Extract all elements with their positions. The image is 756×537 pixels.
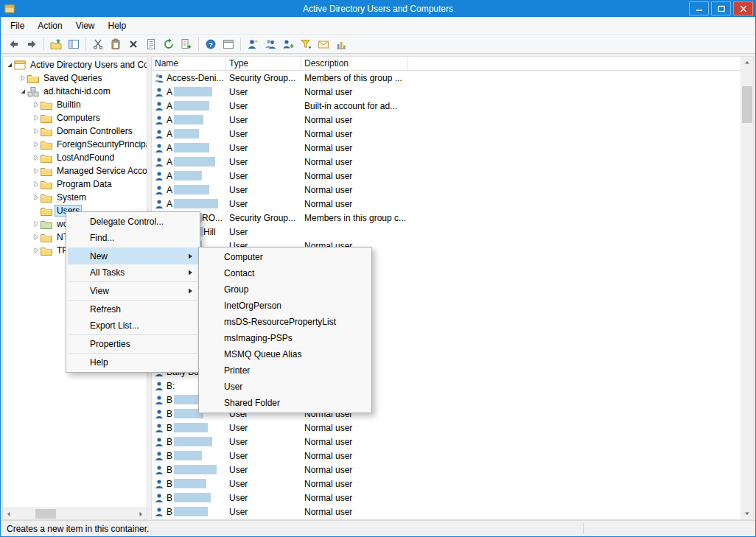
expander-collapsed-icon[interactable] [18,74,27,82]
context-menu-item-refresh[interactable]: Refresh [68,301,198,317]
tree-item-builtin[interactable]: Builtin [3,98,147,111]
list-row[interactable]: BUserNormal user [152,505,741,519]
horizontal-scroll-thumb[interactable] [35,509,56,519]
list-row[interactable]: AUserBuilt-in account for ad... [152,99,741,113]
cut-button[interactable] [89,36,107,52]
new-submenu-item-msds-resourcepropertylist[interactable]: msDS-ResourcePropertyList [200,314,370,330]
scroll-right-arrow-icon[interactable] [135,508,147,519]
refresh-button[interactable] [160,36,178,52]
tree-item-active-directory-users-and-com[interactable]: Active Directory Users and Com [3,58,147,71]
vertical-scroll-thumb[interactable] [742,86,752,123]
expander-collapsed-icon[interactable] [31,234,41,241]
context-menu-item-delegate-control[interactable]: Delegate Control... [68,214,198,230]
export-list-button[interactable] [178,36,195,52]
column-header-type[interactable]: Type [226,57,301,70]
new-submenu-item-user[interactable]: User [200,379,370,395]
tree-item-system[interactable]: System [3,191,147,204]
list-row[interactable]: AUserNormal user [152,155,741,169]
tree-horizontal-scrollbar[interactable] [3,508,147,519]
expander-collapsed-icon[interactable] [31,154,41,161]
tree-item-domain-controllers[interactable]: Domain Controllers [3,124,147,138]
menu-file[interactable]: File [4,18,31,34]
scroll-left-arrow-icon[interactable] [3,508,15,519]
expander-collapsed-icon[interactable] [31,101,41,108]
list-row[interactable]: AUserNormal user [152,141,741,155]
new-submenu-item-group[interactable]: Group [200,281,370,298]
list-row[interactable]: AUserNormal user [152,85,741,99]
title-bar[interactable]: Active Directory Users and Computers [1,1,755,17]
list-row[interactable]: Access-Deni...Security Group...Members o… [152,71,741,85]
context-menu-item-all-tasks[interactable]: All Tasks [68,264,198,281]
add-member-button[interactable] [279,36,297,52]
expander-collapsed-icon[interactable] [31,141,41,148]
list-row[interactable]: AUserNormal user [152,169,741,183]
new-submenu-item-shared-folder[interactable]: Shared Folder [200,395,370,411]
change-domain-button[interactable] [315,36,332,52]
list-vertical-scrollbar[interactable] [741,57,753,519]
context-menu-item-help[interactable]: Help [68,354,198,371]
expander-collapsed-icon[interactable] [31,220,41,228]
tree-item-ad-hitachi-id-com[interactable]: ad.hitachi-id.com [3,85,147,98]
new-submenu-item-computer[interactable]: Computer [200,249,370,265]
filter-button[interactable] [297,36,315,52]
scroll-down-arrow-icon[interactable] [741,508,753,519]
maximize-button[interactable] [711,1,731,15]
expander-collapsed-icon[interactable] [31,167,41,175]
list-row[interactable]: BUserNormal user [152,435,741,449]
context-menu-item-properties[interactable]: Properties [68,336,198,352]
new-submenu-item-inetorgperson[interactable]: InetOrgPerson [200,298,370,314]
tree-item-program-data[interactable]: Program Data [3,178,147,191]
menu-action[interactable]: Action [31,18,69,34]
help-button[interactable]: ? [202,36,220,52]
new-submenu-item-printer[interactable]: Printer [200,362,370,379]
list-view-button[interactable] [142,36,160,52]
up-level-button[interactable] [47,36,65,52]
tree-item-saved-queries[interactable]: Saved Queries [3,71,147,85]
back-button[interactable] [5,36,23,52]
new-submenu-item-msimaging-psps[interactable]: msImaging-PSPs [200,330,370,346]
list-row[interactable]: AUserNormal user [152,113,741,127]
expander-collapsed-icon[interactable] [31,194,41,201]
menu-help[interactable]: Help [102,18,133,34]
column-header-description[interactable]: Description [301,57,408,70]
extra-pane-button[interactable] [220,36,237,52]
expander-expanded-icon[interactable] [4,61,14,69]
context-menu-item-export-list[interactable]: Export List... [68,317,198,334]
context-menu-item-view[interactable]: View [68,283,198,299]
new-group-button[interactable] [262,36,279,52]
expander-collapsed-icon[interactable] [31,180,41,188]
context-menu-item-new[interactable]: New [68,248,198,264]
tree-item-computers[interactable]: Computers [3,111,147,124]
context-menu-item-find[interactable]: Find... [68,230,198,246]
list-row[interactable]: AUserNormal user [152,183,741,197]
menu-view[interactable]: View [69,18,102,34]
expander-collapsed-icon[interactable] [31,127,41,135]
list-row[interactable]: BUserNormal user [152,491,741,505]
list-row[interactable]: BUserNormal user [152,463,741,477]
scroll-up-arrow-icon[interactable] [741,57,753,69]
list-row[interactable]: BUserNormal user [152,477,741,491]
minimize-button[interactable] [689,1,709,15]
expander-collapsed-icon[interactable] [31,114,41,122]
tree-item-lostandfound[interactable]: LostAndFound [3,151,147,164]
close-button[interactable] [733,1,753,15]
advanced-button[interactable] [332,36,350,52]
expander-expanded-icon[interactable] [18,88,27,95]
tree-item-foreignsecurityprincipal[interactable]: ForeignSecurityPrincipal [3,138,147,151]
new-submenu-item-msmq-queue-alias[interactable]: MSMQ Queue Alias [200,346,370,362]
column-header-name[interactable]: Name [152,57,226,70]
list-row[interactable]: AUserNormal user [152,197,741,211]
show-console-tree-button[interactable] [65,36,83,52]
new-user-button[interactable] [244,36,262,52]
expander-collapsed-icon[interactable] [31,247,41,254]
tree-item-managed-service-accoun[interactable]: Managed Service Accoun [3,164,147,178]
forward-button[interactable] [23,36,41,52]
list-row[interactable]: ARO...Security Group...Members in this g… [152,211,741,225]
list-row[interactable]: AUserNormal user [152,127,741,141]
delete-button[interactable] [125,36,142,52]
list-row[interactable]: BUserNormal user [152,421,741,435]
list-row[interactable]: HillUser [152,225,741,239]
paste-button[interactable] [107,36,125,52]
new-submenu-item-contact[interactable]: Contact [200,265,370,281]
list-row[interactable]: BUserNormal user [152,449,741,463]
